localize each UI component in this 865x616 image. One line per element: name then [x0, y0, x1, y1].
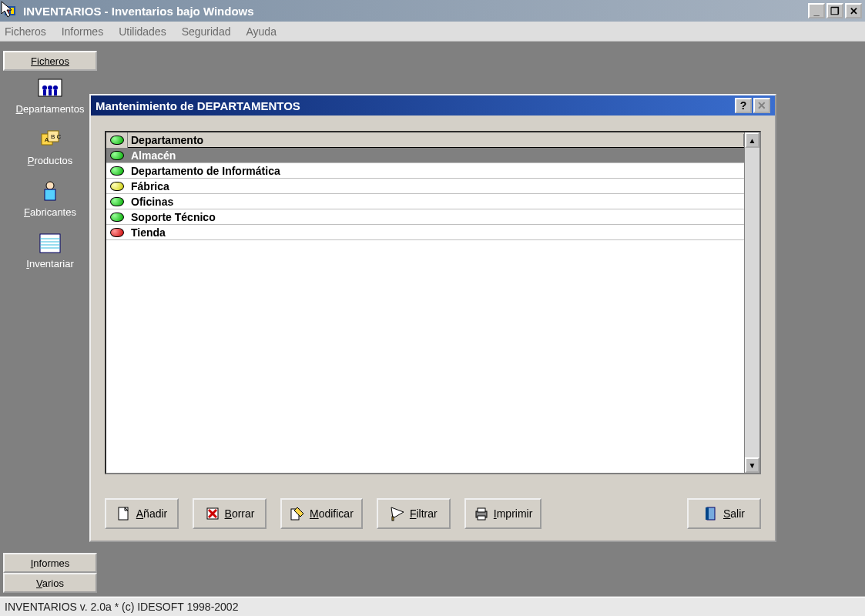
sidebar-item-productos[interactable]: AB C Productos [3, 129, 97, 166]
menu-ficheros[interactable]: Ficheros [5, 25, 46, 38]
svg-text:B C: B C [51, 133, 62, 140]
modificar-button[interactable]: Modificar [280, 498, 363, 529]
print-icon [474, 506, 489, 521]
sidebar-item-inventariar[interactable]: Inventariar [3, 232, 97, 270]
dialog-close-button[interactable]: ✕ [753, 98, 770, 113]
svg-rect-35 [706, 507, 709, 520]
exit-icon [703, 506, 719, 521]
svg-point-7 [53, 85, 58, 90]
status-led-icon [106, 166, 128, 176]
productos-icon: AB C [36, 129, 64, 152]
menu-ayuda[interactable]: Ayuda [246, 25, 276, 38]
borrar-button[interactable]: Borrar [193, 498, 267, 529]
tab-informes[interactable]: Informes [3, 553, 97, 573]
svg-point-5 [42, 85, 47, 90]
list-header[interactable]: Departamento [106, 132, 744, 148]
left-tabs: Ficheros Departamentos AB C Productos Fa… [3, 51, 97, 290]
row-label: Oficinas [128, 196, 173, 208]
edit-icon [290, 506, 305, 521]
vertical-scrollbar[interactable]: ▲ ▼ [744, 132, 759, 473]
list-row[interactable]: Almacén [106, 148, 744, 163]
svg-point-15 [46, 182, 54, 189]
minimize-button[interactable]: _ [808, 3, 825, 18]
imprimir-button[interactable]: Imprimir [464, 498, 542, 529]
menu-informes[interactable]: Informes [62, 25, 103, 38]
list-row[interactable]: Fábrica [106, 179, 744, 194]
header-status-icon [106, 132, 128, 148]
inventariar-icon [36, 232, 64, 255]
bottom-tabs: Informes Varios [3, 553, 97, 593]
window-titlebar: INVENTARIOS - Inventarios bajo Windows _… [0, 0, 865, 22]
list-row[interactable]: Oficinas [106, 194, 744, 209]
sidebar-item-departamentos[interactable]: Departamentos [3, 77, 97, 115]
department-list: Departamento AlmacénDepartamento de Info… [105, 131, 761, 474]
status-led-icon [106, 151, 128, 160]
svg-text:A: A [45, 136, 49, 143]
menu-seguridad[interactable]: Seguridad [182, 25, 231, 38]
svg-rect-17 [40, 234, 60, 253]
filtrar-button[interactable]: Filtrar [377, 498, 451, 529]
salir-button[interactable]: Salir [687, 498, 761, 529]
tab-ficheros[interactable]: Ficheros [3, 51, 97, 71]
list-row[interactable]: Soporte Técnico [106, 209, 744, 225]
svg-rect-16 [45, 189, 55, 200]
dialog-departamentos: Mantenimiento de DEPARTAMENTOS ? ✕ Depar… [89, 94, 776, 542]
header-label: Departamento [128, 134, 744, 146]
svg-rect-9 [49, 90, 52, 95]
maximize-button[interactable]: ❐ [826, 3, 843, 18]
svg-marker-0 [2, 2, 12, 17]
close-button[interactable]: ✕ [845, 3, 862, 18]
window-title: INVENTARIOS - Inventarios bajo Windows [23, 5, 254, 18]
dialog-titlebar: Mantenimiento de DEPARTAMENTOS ? ✕ [91, 95, 775, 116]
status-led-icon [106, 213, 128, 222]
delete-icon [205, 506, 220, 521]
scroll-up-button[interactable]: ▲ [745, 132, 759, 148]
departamentos-icon [36, 77, 64, 100]
filter-icon [390, 506, 405, 521]
row-label: Departamento de Informática [128, 165, 280, 177]
tab-informes-label: nformes [33, 557, 69, 569]
menubar: Ficheros Informes Utilidades Seguridad A… [0, 22, 865, 42]
list-row[interactable]: Tienda [106, 225, 744, 240]
sidebar-item-fabricantes[interactable]: Fabricantes [3, 180, 97, 218]
svg-rect-10 [54, 90, 57, 95]
scroll-down-button[interactable]: ▼ [745, 457, 759, 473]
row-label: Tienda [128, 226, 166, 239]
dialog-buttons: Añadir Borrar Modificar Filtrar Imprimir [105, 497, 761, 530]
status-led-icon [106, 197, 128, 206]
row-label: Fábrica [128, 180, 169, 192]
svg-rect-8 [43, 90, 46, 95]
statusbar: INVENTARIOS v. 2.0a * (c) IDESOFT 1998-2… [0, 596, 865, 616]
fabricantes-icon [36, 180, 64, 203]
new-icon [116, 506, 132, 521]
status-led-icon [106, 228, 128, 237]
menu-utilidades[interactable]: Utilidades [119, 25, 166, 38]
list-row[interactable]: Departamento de Informática [106, 163, 744, 179]
row-label: Almacén [128, 149, 176, 162]
status-led-icon [106, 182, 128, 191]
svg-rect-32 [478, 508, 485, 512]
tab-ficheros-content: Departamentos AB C Productos Fabricantes… [3, 71, 97, 290]
status-text: INVENTARIOS v. 2.0a * (c) IDESOFT 1998-2… [5, 601, 238, 613]
dialog-help-button[interactable]: ? [735, 98, 752, 113]
app-body: Ficheros Departamentos AB C Productos Fa… [0, 42, 865, 596]
tab-varios-label: arios [42, 578, 64, 589]
dialog-title: Mantenimiento de DEPARTAMENTOS [96, 99, 300, 112]
row-label: Soporte Técnico [128, 211, 216, 223]
anadir-button[interactable]: Añadir [105, 498, 179, 529]
tab-varios[interactable]: Varios [3, 573, 97, 593]
cursor-icon [0, 0, 15, 18]
svg-point-6 [48, 85, 52, 90]
tab-ficheros-label: Ficheros [31, 55, 69, 67]
svg-rect-33 [478, 516, 485, 520]
svg-rect-30 [392, 517, 394, 521]
